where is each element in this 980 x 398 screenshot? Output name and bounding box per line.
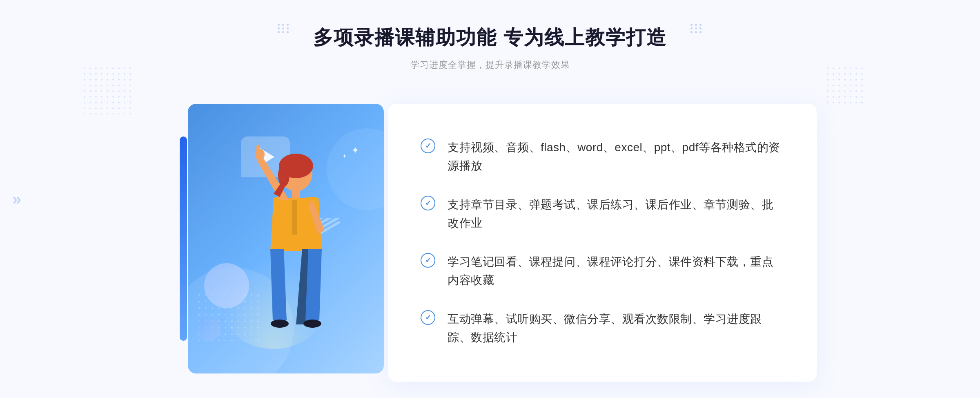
feature-text-3: 学习笔记回看、课程提问、课程评论打分、课件资料下载，重点内容收藏 — [448, 253, 784, 290]
deco-circle-2 — [196, 316, 220, 341]
svg-rect-5 — [256, 145, 260, 157]
bg-dots-right — [825, 65, 866, 106]
check-circle-3: ✓ — [421, 253, 435, 268]
human-figure — [220, 136, 359, 373]
sub-title: 学习进度全掌握，提升录播课教学效果 — [313, 59, 666, 71]
arrow-left-deco: » — [12, 190, 21, 208]
check-mark-3: ✓ — [425, 257, 431, 264]
svg-point-7 — [303, 320, 321, 328]
feature-text-1: 支持视频、音频、flash、word、excel、ppt、pdf等各种格式的资源… — [448, 139, 784, 175]
check-circle-4: ✓ — [421, 310, 435, 325]
check-mark-1: ✓ — [425, 142, 431, 150]
check-circle-1: ✓ — [421, 139, 435, 153]
blue-card: ✦ ✦ — [188, 104, 384, 373]
svg-point-6 — [271, 320, 289, 328]
check-circle-2: ✓ — [421, 196, 435, 210]
features-panel: ✓ 支持视频、音频、flash、word、excel、ppt、pdf等各种格式的… — [388, 104, 817, 382]
content-area: ✦ ✦ — [163, 96, 817, 390]
deco-circle-1 — [204, 263, 249, 308]
main-title: 多项录播课辅助功能 专为线上教学打造 — [313, 25, 666, 51]
bg-dots-left — [82, 65, 131, 114]
check-mark-4: ✓ — [425, 314, 431, 321]
svg-rect-3 — [292, 189, 300, 199]
feature-text-4: 互动弹幕、试听购买、微信分享、观看次数限制、学习进度跟踪、数据统计 — [448, 310, 784, 347]
title-dots-left-deco — [278, 24, 290, 33]
check-mark-2: ✓ — [425, 199, 431, 207]
feature-item-2: ✓ 支持章节目录、弹题考试、课后练习、课后作业、章节测验、批改作业 — [421, 196, 784, 233]
header-section: 多项录播课辅助功能 专为线上教学打造 学习进度全掌握，提升录播课教学效果 — [313, 25, 666, 71]
feature-item-3: ✓ 学习笔记回看、课程提问、课程评论打分、课件资料下载，重点内容收藏 — [421, 253, 784, 290]
feature-item-4: ✓ 互动弹幕、试听购买、微信分享、观看次数限制、学习进度跟踪、数据统计 — [421, 310, 784, 347]
title-dots-right-deco — [690, 24, 702, 33]
illustration-panel: ✦ ✦ — [163, 104, 400, 382]
feature-item-1: ✓ 支持视频、音频、flash、word、excel、ppt、pdf等各种格式的… — [421, 139, 784, 175]
sparkle-1: ✦ — [351, 145, 359, 156]
page-container: » 多项录播课辅助功能 专为线上教学打造 学习进度全掌握，提升录播课教学效果 ✦… — [0, 0, 980, 398]
feature-text-2: 支持章节目录、弹题考试、课后练习、课后作业、章节测验、批改作业 — [448, 196, 784, 233]
sparkle-2: ✦ — [342, 153, 347, 159]
accent-bar — [180, 136, 187, 341]
